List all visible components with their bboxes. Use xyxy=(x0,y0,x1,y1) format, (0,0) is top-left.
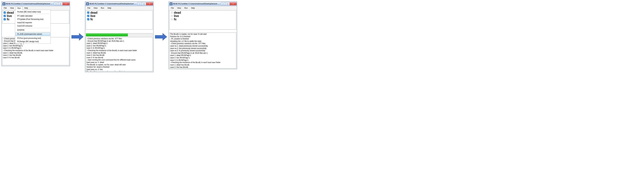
app-icon: ◧ xyxy=(2,3,5,5)
menu-plpost[interactable]: PLPost (post-processing tool) xyxy=(16,37,50,40)
menu-separator xyxy=(16,36,50,36)
progress-fill xyxy=(86,33,128,36)
menubar: File View Run Help PLView (BE mesh edito… xyxy=(2,6,70,10)
menu-file[interactable]: File xyxy=(2,6,8,10)
case-label: dead xyxy=(90,11,98,14)
case-checkbox-live[interactable] xyxy=(171,15,173,17)
close-button[interactable]: ✕ xyxy=(146,2,153,5)
case-checkbox-fc[interactable] xyxy=(4,18,6,20)
load-case-list: dead live fc xyxy=(86,11,153,30)
menu-run[interactable]: Run xyxy=(16,6,22,10)
arrow-icon xyxy=(155,33,167,41)
close-button[interactable]: ✕ xyxy=(62,2,70,5)
minimize-button[interactable]: — xyxy=(221,2,225,5)
case-checkbox-live[interactable] xyxy=(87,15,89,17)
case-checkbox-fc[interactable] xyxy=(87,18,89,20)
case-row-fc[interactable]: fc xyxy=(170,18,236,21)
titlebar[interactable]: ◧ BE4E-PLCoreMan C:\Users\mahmoud\Deskto… xyxy=(169,2,237,6)
case-checkbox-live[interactable] xyxy=(4,15,6,17)
menu-help[interactable]: Help xyxy=(23,6,30,10)
case-label: fc xyxy=(90,18,93,21)
minimize-button[interactable]: — xyxy=(54,2,58,5)
case-label: fc xyxy=(174,18,177,21)
window-title: BE4E-PLCoreMan C:\Users\mahmoud\Desktop\… xyxy=(6,3,53,5)
menu-separator xyxy=(16,28,50,28)
case-row-fc[interactable]: fc xyxy=(86,18,152,21)
menu-ehspak[interactable]: EHSPAK xyxy=(16,28,50,32)
case-row-live[interactable]: live xyxy=(170,14,236,18)
case-checkbox-dead[interactable] xyxy=(87,12,89,14)
menu-ptupdate[interactable]: PTUpdate (Post-Tensioning tool) xyxy=(16,18,50,21)
app-icon: ◧ xyxy=(170,3,172,5)
menu-acad-extract[interactable]: AutoCAD extractor xyxy=(16,24,50,28)
app-window-2: ◧ BE4E-PLCoreMan C:\Users\mahmoud\Deskto… xyxy=(85,2,154,72)
load-case-list: dead live fc xyxy=(169,11,236,30)
menu-run[interactable]: Run xyxy=(99,6,106,10)
menu-pldesign[interactable]: PLDesign (RC design tool) xyxy=(16,40,50,43)
progress-bar xyxy=(86,33,153,37)
app-window-1: ◧ BE4E-PLCoreMan C:\Users\mahmoud\Deskto… xyxy=(2,2,70,66)
minimize-button[interactable]: — xyxy=(137,2,142,5)
titlebar[interactable]: ◧ BE4E-PLCoreMan C:\Users\mahmoud\Deskto… xyxy=(85,2,153,6)
window-title: BE4E-PLCoreMan C:\Users\mahmoud\Desktop\… xyxy=(173,3,220,5)
menu-ptcable[interactable]: PT cable calculator xyxy=(16,14,50,18)
menu-file[interactable]: File xyxy=(86,6,92,10)
app-icon: ◧ xyxy=(86,3,89,5)
maximize-button[interactable]: ▭ xyxy=(58,2,63,5)
titlebar[interactable]: ◧ BE4E-PLCoreMan C:\Users\mahmoud\Deskto… xyxy=(2,2,70,6)
case-label: dead xyxy=(7,11,14,14)
menu-file[interactable]: File xyxy=(169,6,175,10)
case-label: live xyxy=(174,14,179,18)
run-dropdown: PLView (BE mesh editor tool) PT cable ca… xyxy=(15,10,51,44)
menu-help[interactable]: Help xyxy=(190,6,196,10)
case-label: dead xyxy=(174,11,181,14)
case-checkbox-dead[interactable] xyxy=(171,12,173,14)
maximize-button[interactable]: ▭ xyxy=(142,2,146,5)
case-label: fc xyxy=(7,18,10,21)
case-row-dead[interactable]: dead xyxy=(170,11,236,14)
app-window-3: ◧ BE4E-PLCoreMan C:\Users\mahmoud\Deskto… xyxy=(168,2,237,69)
menu-plview[interactable]: PLView (BE mesh editor tool) xyxy=(16,10,50,14)
maximize-button[interactable]: ▭ xyxy=(225,2,230,5)
case-checkbox-fc[interactable] xyxy=(171,18,173,20)
menu-help[interactable]: Help xyxy=(106,6,113,10)
menu-plexe[interactable]: PL.EXE (command-line solver) xyxy=(16,33,50,36)
case-label: live xyxy=(90,14,95,18)
log-output[interactable]: The $run$. is copied, run for case: fc w… xyxy=(169,33,236,68)
window-title: BE4E-PLCoreMan C:\Users\mahmoud\Desktop\… xyxy=(90,3,137,5)
log-output[interactable]: --Check previous solutions via the .STT … xyxy=(86,37,153,71)
arrow-icon xyxy=(72,33,84,41)
case-row-live[interactable]: live xyxy=(86,14,152,18)
menu-view[interactable]: View xyxy=(92,6,99,10)
close-button[interactable]: ✕ xyxy=(230,2,236,5)
menu-separator xyxy=(16,14,50,14)
case-label: live xyxy=(7,14,12,18)
menu-run[interactable]: Run xyxy=(183,6,189,10)
menubar: File View Run Help xyxy=(169,6,237,10)
case-checkbox-dead[interactable] xyxy=(4,12,6,14)
menu-view[interactable]: View xyxy=(8,6,16,10)
menubar: File View Run Help xyxy=(85,6,153,10)
menu-acad-export[interactable]: AutoCAD exporter xyxy=(16,21,50,24)
menu-view[interactable]: View xyxy=(176,6,182,10)
case-row-dead[interactable]: dead xyxy=(86,11,152,14)
